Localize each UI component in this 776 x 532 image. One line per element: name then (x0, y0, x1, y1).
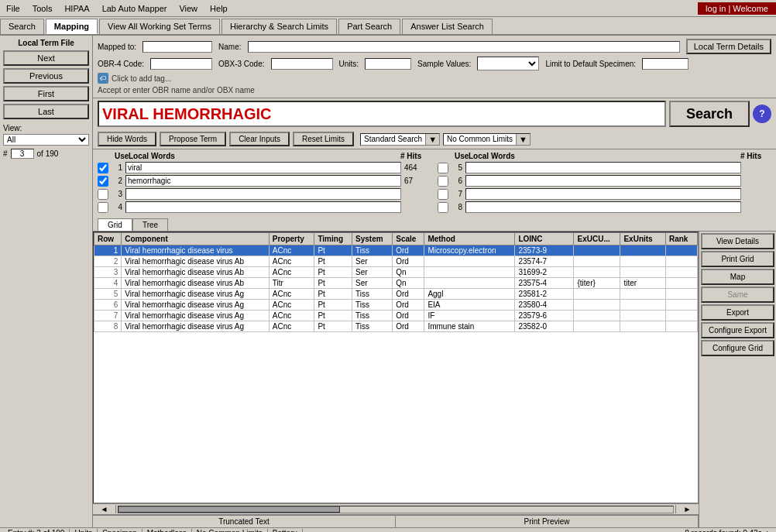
word-check-1[interactable] (98, 163, 108, 173)
no-common-limits-arrow[interactable]: ▼ (516, 134, 530, 145)
word-num-4: 4 (112, 203, 122, 211)
word-input-1[interactable] (125, 162, 401, 173)
word-input-7[interactable] (465, 188, 741, 200)
tab-answer-list[interactable]: Answer List Search (402, 19, 493, 34)
tab-search[interactable]: Search (0, 19, 44, 34)
last-button[interactable]: Last (3, 104, 89, 119)
tab-view-all[interactable]: View All Working Set Terms (99, 19, 220, 34)
no-common-limits-dropdown[interactable]: No Common Limits ▼ (443, 133, 530, 146)
word-check-4[interactable] (98, 202, 108, 213)
print-grid-button[interactable]: Print Grid (701, 251, 774, 267)
grid-tab-grid[interactable]: Grid (98, 218, 132, 231)
word-check-6[interactable] (438, 176, 448, 187)
configure-export-button[interactable]: Configure Export (701, 322, 774, 338)
name-input[interactable] (248, 41, 680, 53)
propose-term-button[interactable]: Propose Term (160, 132, 226, 146)
print-preview-button[interactable]: Print Preview (396, 516, 699, 527)
standard-search-arrow[interactable]: ▼ (425, 134, 439, 145)
word-input-5[interactable] (465, 162, 741, 173)
status-entry: Entry #: 3 of 190 (3, 529, 70, 532)
table-row[interactable]: 2Viral hemorrhagic disease virus AbACncP… (94, 256, 698, 267)
col-excucu[interactable]: ExUCU... (574, 233, 620, 245)
col-system[interactable]: System (352, 233, 393, 245)
view-details-button[interactable]: View Details (701, 233, 774, 249)
table-row[interactable]: 8Viral hemorrhagic disease virus AgACncP… (94, 321, 698, 332)
menu-file[interactable]: File (0, 2, 26, 15)
word-check-8[interactable] (438, 202, 448, 213)
truncated-text-button[interactable]: Truncated Text (93, 516, 396, 527)
word-input-2[interactable] (125, 175, 401, 187)
word-input-4[interactable] (125, 201, 401, 213)
reset-limits-button[interactable]: Reset Limits (293, 132, 354, 146)
obx3-label: OBX-3 Code: (218, 60, 264, 68)
words-col2-local: Local Words (469, 152, 737, 160)
export-button[interactable]: Export (701, 304, 774, 321)
word-input-6[interactable] (465, 175, 741, 187)
tab-hierarchy[interactable]: Hierarchy & Search Limits (221, 19, 337, 34)
num-input[interactable] (11, 149, 34, 159)
menu-view[interactable]: View (173, 2, 204, 15)
local-term-details-button[interactable]: Local Term Details (686, 39, 771, 54)
search-button[interactable]: Search (669, 101, 750, 127)
same-button[interactable]: Same (701, 287, 774, 303)
words-col1-local: Local Words (129, 152, 397, 160)
col-loinc[interactable]: LOINC (515, 233, 574, 245)
previous-button[interactable]: Previous (3, 68, 89, 84)
tag-label[interactable]: Click to add tag... (112, 74, 171, 83)
table-row[interactable]: 7Viral hemorrhagic disease virus AgACncP… (94, 311, 698, 321)
map-button[interactable]: Map (701, 269, 774, 285)
configure-grid-button[interactable]: Configure Grid (701, 340, 774, 356)
next-button[interactable]: Next (3, 50, 89, 66)
units-input[interactable] (365, 58, 411, 70)
word-num-1: 1 (112, 163, 122, 172)
clear-inputs-button[interactable]: Clear Inputs (229, 132, 290, 146)
col-timing[interactable]: Timing (314, 233, 352, 245)
status-specimen: Specimen (98, 529, 142, 532)
help-button[interactable]: ? (753, 105, 771, 123)
menu-lab-auto-mapper[interactable]: Lab Auto Mapper (96, 2, 173, 15)
first-button[interactable]: First (3, 86, 89, 101)
word-check-7[interactable] (438, 189, 448, 200)
table-row[interactable]: 5Viral hemorrhagic disease virus AgACncP… (94, 289, 698, 300)
col-scale[interactable]: Scale (393, 233, 424, 245)
sample-values-select[interactable] (477, 57, 539, 70)
words-col2-use: Use (455, 152, 465, 160)
menu-help[interactable]: Help (204, 2, 234, 15)
view-select[interactable]: All (3, 134, 89, 146)
word-num-2: 2 (112, 177, 122, 185)
word-check-5[interactable] (438, 163, 448, 173)
standard-search-text: Standard Search (361, 134, 425, 144)
menu-hipaa[interactable]: HIPAA (58, 2, 95, 15)
hide-words-button[interactable]: Hide Words (98, 132, 156, 146)
col-method[interactable]: Method (424, 233, 515, 245)
tab-mapping[interactable]: Mapping (46, 19, 98, 34)
col-exunits[interactable]: ExUnits (620, 233, 666, 245)
status-methodless: Methodless (142, 529, 192, 532)
tab-part-search[interactable]: Part Search (338, 19, 400, 34)
mapped-to-input[interactable] (142, 41, 212, 53)
word-check-3[interactable] (98, 189, 108, 200)
standard-search-dropdown[interactable]: Standard Search ▼ (360, 133, 440, 146)
limit-input[interactable] (642, 58, 688, 70)
grid-tab-tree[interactable]: Tree (132, 218, 168, 231)
word-input-3[interactable] (125, 188, 401, 200)
search-input[interactable] (98, 101, 666, 127)
col-rank[interactable]: Rank (665, 233, 697, 245)
units-label: Units: (339, 60, 359, 68)
word-num-5: 5 (452, 163, 462, 172)
obr4-label: OBR-4 Code: (98, 60, 144, 68)
table-row[interactable]: 4Viral hemorrhagic disease virus AbTitrP… (94, 278, 698, 289)
obx3-input[interactable] (271, 58, 333, 70)
table-row[interactable]: 3Viral hemorrhagic disease virus AbACncP… (94, 267, 698, 278)
sample-values-label: Sample Values: (417, 60, 471, 68)
table-row[interactable]: 6Viral hemorrhagic disease virus AgACncP… (94, 300, 698, 311)
obr4-input[interactable] (150, 58, 212, 70)
table-row[interactable]: 1Viral hemorrhagic disease virusACncPtTi… (94, 245, 698, 256)
word-check-2[interactable] (98, 176, 108, 187)
col-property[interactable]: Property (269, 233, 314, 245)
word-input-8[interactable] (465, 201, 741, 213)
col-row[interactable]: Row (94, 233, 122, 245)
word-hits-1: 464 (404, 163, 431, 172)
col-component[interactable]: Component (122, 233, 270, 245)
menu-tools[interactable]: Tools (26, 2, 59, 15)
